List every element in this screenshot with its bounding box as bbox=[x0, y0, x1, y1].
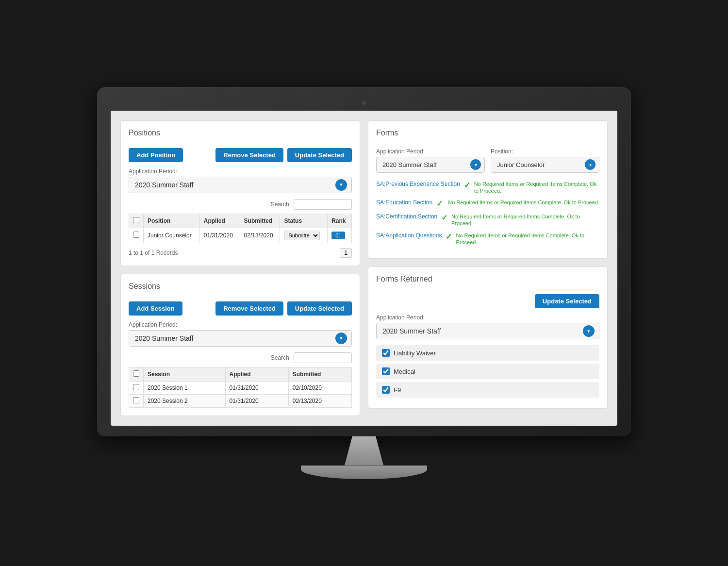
form-item-row: SA:Certification Section ✓ No Required I… bbox=[376, 213, 599, 227]
remove-selected-positions-button[interactable]: Remove Selected bbox=[215, 148, 283, 162]
check-icon: ✓ bbox=[446, 232, 452, 241]
sessions-col-session: Session bbox=[144, 367, 226, 381]
sessions-search-input[interactable] bbox=[294, 352, 352, 363]
sessions-search-label: Search: bbox=[271, 354, 291, 361]
position-cell: Junior Counselor bbox=[144, 228, 200, 243]
positions-page-1-button[interactable]: 1 bbox=[340, 248, 352, 258]
form-returned-item: Medical bbox=[376, 364, 599, 379]
forms-returned-header: Update Selected bbox=[376, 294, 599, 308]
sessions-select-all[interactable] bbox=[133, 370, 139, 377]
positions-search-row: Search: bbox=[129, 199, 352, 210]
sessions-table: Session Applied Submitted 2020 Session 1… bbox=[129, 367, 352, 408]
positions-col-applied: Applied bbox=[199, 214, 240, 228]
forms-returned-app-period-select-wrapper: 2020 Summer Staff ▾ bbox=[376, 323, 599, 339]
forms-returned-panel: Forms Returned Update Selected Applicati… bbox=[368, 266, 608, 409]
forms-selects-row: Application Period: 2020 Summer Staff ▾ … bbox=[376, 148, 599, 173]
position-status-cell: Submitte bbox=[280, 228, 328, 243]
update-selected-forms-returned-button[interactable]: Update Selected bbox=[535, 294, 599, 308]
positions-col-status: Status bbox=[280, 214, 328, 228]
positions-table: Position Applied Submitted Status Rank J… bbox=[129, 214, 352, 243]
table-row: 2020 Session 2 01/31/2020 02/13/2020 bbox=[129, 394, 352, 407]
form-status-text: No Required Items or Required Items Comp… bbox=[448, 199, 599, 206]
forms-title: Forms bbox=[376, 129, 599, 141]
form-status-text: No Required Items or Required Items Comp… bbox=[451, 213, 599, 227]
session-applied-cell: 01/31/2020 bbox=[225, 381, 288, 394]
session-submitted-cell: 02/10/2020 bbox=[288, 381, 351, 394]
update-selected-positions-button[interactable]: Update Selected bbox=[287, 148, 352, 162]
form-returned-item: Liability Waiver bbox=[376, 345, 599, 361]
forms-returned-app-period-label: Application Period: bbox=[376, 314, 599, 321]
positions-col-submitted: Submitted bbox=[240, 214, 280, 228]
position-status-select[interactable]: Submitte bbox=[284, 231, 320, 240]
positions-search-label: Search: bbox=[271, 201, 291, 208]
positions-app-period-select[interactable]: 2020 Summer Staff bbox=[129, 177, 352, 193]
form-item-row: SA:Education Section ✓ No Required Items… bbox=[376, 199, 599, 208]
forms-position-group: Position: Junior Counselor ▾ bbox=[491, 148, 599, 173]
sessions-col-applied: Applied bbox=[225, 367, 288, 381]
session-submitted-cell: 02/13/2020 bbox=[288, 394, 351, 407]
forms-panel: Forms Application Period: 2020 Summer St… bbox=[368, 120, 608, 259]
form-status-text: No Required Items or Required Items Comp… bbox=[456, 232, 599, 246]
forms-position-select-wrapper: Junior Counselor ▾ bbox=[491, 157, 599, 173]
forms-returned-items-container: Liability Waiver Medical I-9 bbox=[376, 345, 599, 398]
positions-app-period-select-wrapper: 2020 Summer Staff ▾ bbox=[129, 177, 352, 193]
form-returned-checkbox[interactable] bbox=[382, 386, 390, 394]
form-link[interactable]: SA:Application Questions bbox=[376, 232, 442, 239]
positions-col-position: Position bbox=[144, 214, 200, 228]
session-row-checkbox[interactable] bbox=[133, 384, 139, 390]
check-icon: ✓ bbox=[464, 181, 470, 190]
positions-toolbar: Add Position Remove Selected Update Sele… bbox=[129, 148, 352, 162]
positions-col-rank: Rank bbox=[328, 214, 352, 228]
check-icon: ✓ bbox=[441, 213, 447, 222]
form-returned-label: Medical bbox=[394, 368, 415, 375]
positions-search-input[interactable] bbox=[294, 199, 352, 210]
position-submitted-cell: 02/13/2020 bbox=[240, 228, 280, 243]
session-cell: 2020 Session 1 bbox=[144, 381, 226, 394]
forms-app-period-select[interactable]: 2020 Summer Staff bbox=[376, 157, 485, 173]
check-icon: ✓ bbox=[436, 199, 444, 208]
form-link[interactable]: SA:Certification Section bbox=[376, 213, 437, 220]
sessions-app-period-select-wrapper: 2020 Summer Staff ▾ bbox=[129, 330, 352, 347]
remove-selected-sessions-button[interactable]: Remove Selected bbox=[215, 301, 283, 316]
update-selected-sessions-button[interactable]: Update Selected bbox=[287, 301, 352, 316]
add-position-button[interactable]: Add Position bbox=[129, 148, 183, 162]
add-session-button[interactable]: Add Session bbox=[129, 301, 182, 316]
monitor-stand-base bbox=[301, 466, 427, 479]
table-row: Junior Counselor 01/31/2020 02/13/2020 S… bbox=[129, 228, 352, 243]
form-link[interactable]: SA:Previous Experience Section bbox=[376, 181, 460, 187]
sessions-col-check bbox=[129, 367, 144, 381]
sessions-app-period-select[interactable]: 2020 Summer Staff bbox=[129, 330, 352, 347]
form-link[interactable]: SA:Education Section bbox=[376, 199, 432, 206]
positions-toolbar-right: Remove Selected Update Selected bbox=[215, 148, 352, 162]
position-rank-cell: 01 bbox=[328, 228, 352, 243]
sessions-toolbar-right: Remove Selected Update Selected bbox=[215, 301, 352, 316]
sessions-col-submitted: Submitted bbox=[288, 367, 351, 381]
forms-returned-app-period-select[interactable]: 2020 Summer Staff bbox=[376, 323, 599, 339]
forms-position-select[interactable]: Junior Counselor bbox=[491, 157, 599, 173]
sessions-search-row: Search: bbox=[129, 352, 352, 363]
forms-app-period-group: Application Period: 2020 Summer Staff ▾ bbox=[376, 148, 485, 173]
position-row-checkbox[interactable] bbox=[133, 232, 139, 238]
positions-app-period-label: Application Period: bbox=[129, 168, 352, 175]
positions-select-all[interactable] bbox=[133, 217, 139, 223]
positions-record-count: 1 to 1 of 1 Records bbox=[129, 250, 178, 256]
form-item-row: SA:Application Questions ✓ No Required I… bbox=[376, 232, 599, 246]
session-row-checkbox[interactable] bbox=[133, 397, 139, 403]
form-returned-checkbox[interactable] bbox=[382, 349, 390, 357]
sessions-panel: Sessions Add Session Remove Selected Upd… bbox=[120, 274, 360, 416]
table-row: 2020 Session 1 01/31/2020 02/10/2020 bbox=[129, 381, 352, 394]
session-cell: 2020 Session 2 bbox=[144, 394, 226, 407]
form-returned-label: I-9 bbox=[394, 386, 401, 394]
sessions-title: Sessions bbox=[129, 282, 352, 295]
form-returned-checkbox[interactable] bbox=[382, 367, 390, 375]
forms-position-label: Position: bbox=[491, 148, 599, 155]
position-applied-cell: 01/31/2020 bbox=[199, 228, 240, 243]
monitor-stand-neck bbox=[345, 436, 383, 466]
sessions-app-period-label: Application Period: bbox=[129, 321, 352, 328]
forms-items-container: SA:Previous Experience Section ✓ No Requ… bbox=[376, 181, 599, 246]
forms-app-period-label: Application Period: bbox=[376, 148, 485, 155]
positions-title: Positions bbox=[129, 129, 352, 141]
form-item-row: SA:Previous Experience Section ✓ No Requ… bbox=[376, 181, 599, 195]
forms-app-period-select-wrapper: 2020 Summer Staff ▾ bbox=[376, 157, 485, 173]
form-status-text: No Required Items or Required Items Comp… bbox=[474, 181, 599, 195]
